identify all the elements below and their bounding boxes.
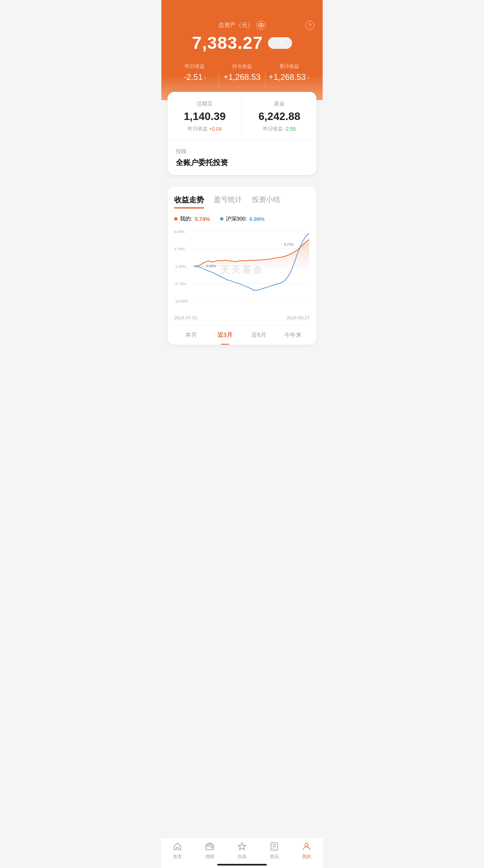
chart-legend: 我的: 5.74% 沪深300: 6.99% — [174, 215, 310, 223]
legend-mine: 我的: 5.74% — [174, 215, 210, 223]
advisor-card[interactable]: 投顾 全账户委托投资 — [168, 140, 316, 175]
chart-dates: 2024-07-01 2024-09-27 — [174, 313, 310, 325]
svg-text:3.75%: 3.75% — [174, 247, 185, 251]
legend-dot-blue — [220, 217, 223, 221]
period-tab-month[interactable]: 本月 — [174, 326, 208, 345]
stats-row: 昨日收益 -2.51 › 持仓收益 +1,268.53 累计收益 +1,268.… — [170, 63, 314, 88]
svg-text:-1.50%: -1.50% — [174, 264, 186, 269]
asset-cards: 活期宝 1,140.39 昨日收益 +0.04 基金 6,242.88 昨日收益… — [168, 92, 316, 175]
period-tab-3month[interactable]: 近3月 — [208, 326, 242, 345]
svg-text:-12.00%: -12.00% — [174, 299, 188, 303]
period-tabs: 本月 近3月 近6月 今年来 — [174, 325, 310, 345]
stat-total-gain[interactable]: 累计收益 +1,268.53 › — [266, 63, 312, 82]
help-icon[interactable]: ? — [305, 21, 314, 30]
card-top-row: 活期宝 1,140.39 昨日收益 +0.04 基金 6,242.88 昨日收益… — [168, 92, 316, 140]
chart-section: 收益走势 盈亏统计 投资小结 我的: 5.74% 沪深300: 6.99% 9.… — [168, 187, 316, 345]
legend-dot-orange — [174, 217, 177, 221]
fund-card[interactable]: 基金 6,242.88 昨日收益 -2.55 — [242, 92, 317, 140]
huoqibao-card[interactable]: 活期宝 1,140.39 昨日收益 +0.04 — [168, 92, 242, 140]
svg-point-1 — [260, 24, 262, 26]
svg-text:9.00%: 9.00% — [174, 230, 185, 234]
header-section: 总资产（元） ? 7,383.27 分析 › 昨日收益 -2.51 › 持仓收益 — [161, 0, 323, 100]
chart-svg: 9.00% 3.75% -1.50% -6.75% -12.00% — [174, 228, 310, 311]
tab-invest-summary[interactable]: 投资小结 — [252, 195, 280, 209]
tab-profit-stats[interactable]: 盈亏统计 — [214, 195, 242, 209]
total-amount-row: 7,383.27 分析 › — [170, 33, 314, 53]
legend-market: 沪深300: 6.99% — [220, 215, 265, 223]
stat-yesterday-gain[interactable]: 昨日收益 -2.51 › — [172, 63, 218, 82]
total-amount: 7,383.27 — [192, 33, 263, 53]
chart-tabs: 收益走势 盈亏统计 投资小结 — [174, 195, 310, 209]
svg-text:-0.06%: -0.06% — [205, 264, 216, 268]
svg-text:5.77%: 5.77% — [284, 243, 294, 247]
total-assets-label: 总资产（元） — [170, 21, 314, 30]
period-tab-ytd[interactable]: 今年来 — [276, 326, 310, 345]
analysis-button[interactable]: 分析 › — [268, 37, 292, 49]
eye-icon[interactable] — [256, 21, 266, 30]
chart-wrapper: 9.00% 3.75% -1.50% -6.75% -12.00% — [174, 228, 310, 313]
svg-text:-6.75%: -6.75% — [174, 282, 186, 286]
period-tab-6month[interactable]: 近6月 — [242, 326, 276, 345]
stat-position-gain: 持仓收益 +1,268.53 — [219, 63, 266, 82]
tab-yield-trend[interactable]: 收益走势 — [174, 195, 204, 209]
